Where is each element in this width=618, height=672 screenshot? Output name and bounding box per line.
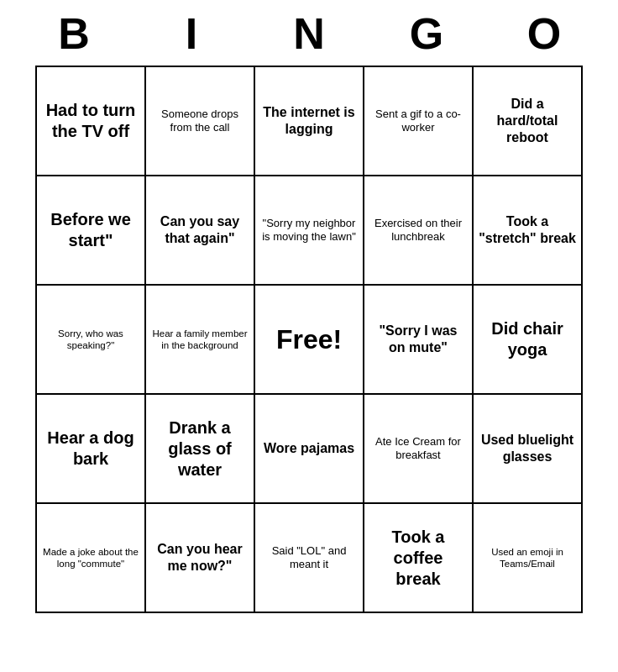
cell-text-4: Did a hard/total reboot	[479, 96, 576, 146]
cell-text-1: Someone drops from the call	[151, 108, 249, 135]
cell-text-13: "Sorry I was on mute"	[369, 323, 467, 356]
cell-text-0: Had to turn the TV off	[42, 100, 139, 142]
bingo-cell-9[interactable]: Took a "stretch" break	[474, 176, 583, 286]
cell-text-20: Made a joke about the long "commute"	[42, 546, 139, 570]
bingo-cell-0[interactable]: Had to turn the TV off	[37, 67, 146, 176]
bingo-cell-21[interactable]: Can you hear me now?"	[146, 504, 255, 613]
bingo-cell-3[interactable]: Sent a gif to a co-worker	[364, 67, 474, 176]
bingo-cell-6[interactable]: Can you say that again"	[146, 176, 255, 286]
bingo-cell-10[interactable]: Sorry, who was speaking?"	[37, 286, 146, 395]
cell-text-7: "Sorry my neighbor is moving the lawn"	[260, 217, 358, 244]
bingo-title: B I N G O	[15, 8, 603, 59]
bingo-cell-12[interactable]: Free!	[255, 286, 364, 395]
cell-text-6: Can you say that again"	[151, 213, 249, 247]
bingo-cell-8[interactable]: Exercised on their lunchbreak	[364, 176, 474, 286]
cell-text-17: Wore pajamas	[264, 440, 354, 457]
bingo-cell-17[interactable]: Wore pajamas	[255, 395, 364, 504]
cell-text-18: Ate Ice Cream for breakfast	[369, 435, 467, 463]
bingo-cell-1[interactable]: Someone drops from the call	[146, 67, 255, 176]
cell-text-19: Used bluelight glasses	[479, 432, 576, 465]
bingo-grid: Had to turn the TV offSomeone drops from…	[35, 66, 583, 613]
bingo-cell-13[interactable]: "Sorry I was on mute"	[364, 286, 474, 395]
letter-g: G	[372, 8, 481, 59]
bingo-cell-7[interactable]: "Sorry my neighbor is moving the lawn"	[255, 176, 364, 286]
letter-n: N	[254, 8, 364, 59]
cell-text-15: Hear a dog bark	[42, 428, 139, 470]
cell-text-8: Exercised on their lunchbreak	[369, 217, 467, 244]
letter-b: B	[19, 8, 128, 59]
bingo-cell-4[interactable]: Did a hard/total reboot	[474, 67, 583, 176]
bingo-cell-15[interactable]: Hear a dog bark	[37, 395, 146, 504]
cell-text-9: Took a "stretch" break	[479, 213, 576, 247]
bingo-cell-5[interactable]: Before we start"	[37, 176, 146, 286]
bingo-cell-16[interactable]: Drank a glass of water	[146, 395, 255, 504]
cell-text-21: Can you hear me now?"	[151, 541, 249, 575]
bingo-cell-11[interactable]: Hear a family member in the background	[146, 286, 255, 395]
cell-text-5: Before we start"	[42, 209, 139, 251]
bingo-cell-18[interactable]: Ate Ice Cream for breakfast	[364, 395, 474, 504]
cell-text-2: The internet is lagging	[260, 104, 358, 138]
letter-o: O	[490, 8, 599, 59]
bingo-cell-19[interactable]: Used bluelight glasses	[474, 395, 583, 504]
cell-text-11: Hear a family member in the background	[151, 328, 249, 352]
bingo-cell-20[interactable]: Made a joke about the long "commute"	[37, 504, 146, 613]
letter-i: I	[137, 8, 246, 59]
cell-text-12: Free!	[276, 323, 342, 356]
bingo-cell-22[interactable]: Said "LOL" and meant it	[255, 504, 364, 613]
bingo-cell-14[interactable]: Did chair yoga	[474, 286, 583, 395]
cell-text-10: Sorry, who was speaking?"	[42, 328, 139, 352]
cell-text-23: Took a coffee break	[369, 527, 467, 590]
bingo-cell-23[interactable]: Took a coffee break	[364, 504, 474, 613]
cell-text-3: Sent a gif to a co-worker	[369, 108, 467, 135]
bingo-cell-24[interactable]: Used an emoji in Teams/Email	[474, 504, 583, 613]
cell-text-22: Said "LOL" and meant it	[260, 544, 358, 572]
bingo-cell-2[interactable]: The internet is lagging	[255, 67, 364, 176]
cell-text-16: Drank a glass of water	[151, 417, 249, 480]
cell-text-14: Did chair yoga	[479, 318, 576, 360]
cell-text-24: Used an emoji in Teams/Email	[479, 546, 576, 570]
